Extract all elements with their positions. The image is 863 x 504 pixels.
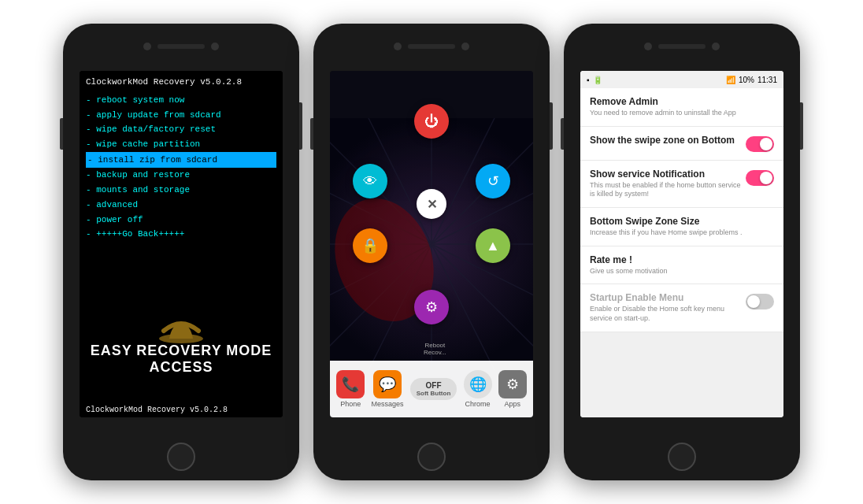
taskbar-phone[interactable]: 📞 Phone — [336, 370, 365, 408]
startup-toggle[interactable] — [746, 294, 774, 309]
front-camera-3 — [644, 43, 652, 50]
volume-button-2 — [310, 118, 313, 150]
radial-eye-btn[interactable]: 👁 — [353, 164, 387, 198]
remove-admin-text: Remove Admin You need to remove admin to… — [590, 96, 774, 118]
power-button — [299, 102, 302, 150]
status-bar: ▪🔋 📶 10% 11:31 — [580, 71, 783, 88]
menu-item-power-off[interactable]: - power off — [86, 213, 276, 228]
menu-item-wipe-data[interactable]: - wipe data/factory reset — [86, 122, 276, 137]
swipe-zone-title: Show the swipe zone on Bottom — [590, 135, 746, 146]
service-notif-desc: This must be enabled if the home button … — [590, 181, 746, 199]
menu-item-install-zip[interactable]: - install zip from sdcard — [86, 152, 276, 169]
off-label: OFF — [426, 381, 442, 390]
service-notif-text: Show service Notification This must be e… — [590, 169, 746, 199]
power-button-2 — [550, 102, 553, 150]
settings-item-service-notif[interactable]: Show service Notification This must be e… — [580, 161, 783, 208]
phone-top-bar-2 — [313, 24, 550, 69]
remove-admin-title: Remove Admin — [590, 96, 774, 107]
radial-settings-btn[interactable]: ⚙ — [414, 290, 449, 324]
easy-recovery-title-1: EASY RECOVERY MODE — [80, 343, 283, 360]
reboot-recovery-label: RebootRecov... — [424, 342, 446, 356]
settings-item-startup[interactable]: Startup Enable Menu Enable or Disable th… — [580, 284, 783, 332]
status-left: ▪🔋 — [587, 76, 602, 84]
taskbar-chrome[interactable]: 🌐 Chrome — [464, 370, 492, 408]
battery-pct: 10% — [739, 76, 754, 84]
recovery-title: ClockworkMod Recovery v5.0.2.8 — [86, 77, 276, 87]
taskbar-apps[interactable]: ⚙ Apps — [498, 370, 527, 408]
menu-item-update[interactable]: - apply update from sdcard — [86, 108, 276, 123]
softbtn-toggle-widget[interactable]: OFF Soft Button — [410, 378, 457, 400]
recovery-menu: - reboot system now - apply update from … — [86, 93, 276, 242]
service-notif-toggle[interactable] — [746, 170, 774, 186]
status-right: 📶 10% 11:31 — [726, 76, 777, 84]
settings-screen: ▪🔋 📶 10% 11:31 Remove Admin You need to … — [580, 71, 783, 417]
taskbar-messages[interactable]: 💬 Messages — [371, 370, 403, 408]
rate-text: Rate me ! Give us some motivation — [590, 254, 774, 276]
chrome-icon: 🌐 — [464, 370, 492, 398]
radial-close-btn[interactable]: ✕ — [417, 189, 446, 219]
menu-item-advanced[interactable]: - advanced — [86, 198, 276, 213]
status-time: 11:31 — [757, 76, 777, 84]
volume-button-3 — [561, 118, 564, 150]
radial-android-btn[interactable]: ▲ — [476, 228, 510, 263]
apps-label: Apps — [505, 400, 521, 408]
phone-top-bar-3 — [564, 24, 800, 69]
messages-label: Messages — [371, 400, 403, 408]
cwm-logo — [157, 309, 205, 344]
recovery-screen: ClockworkMod Recovery v5.0.2.8 - reboot … — [80, 71, 283, 417]
taskbar-softbtn-toggle[interactable]: OFF Soft Button — [410, 378, 457, 400]
settings-item-remove-admin: Remove Admin You need to remove admin to… — [580, 88, 783, 127]
phone-3: ▪🔋 📶 10% 11:31 Remove Admin You need to … — [564, 24, 800, 480]
home-button-3[interactable] — [668, 443, 696, 471]
settings-item-swipe-zone[interactable]: Show the swipe zone on Bottom — [580, 127, 783, 161]
menu-item-reboot[interactable]: - reboot system now — [86, 93, 276, 108]
home-button[interactable] — [167, 443, 195, 471]
menu-item-backup[interactable]: - backup and restore — [86, 168, 276, 183]
messages-icon: 💬 — [373, 370, 402, 398]
radial-refresh-btn[interactable]: ↺ — [476, 164, 510, 198]
speaker-2 — [408, 44, 455, 49]
recovery-footer: ClockworkMod Recovery v5.0.2.8 — [80, 402, 234, 417]
settings-list: Remove Admin You need to remove admin to… — [580, 88, 783, 332]
front-camera-2 — [394, 43, 402, 50]
softbtn-screen: ⏻ 👁 ↺ 🔒 ▲ ⚙ ✕ RebootRecov... 📞 Phone — [330, 71, 533, 417]
radial-power-btn[interactable]: ⏻ — [414, 104, 449, 139]
settings-item-rate[interactable]: Rate me ! Give us some motivation — [580, 246, 783, 285]
sensor-2 — [461, 43, 469, 50]
remove-admin-desc: You need to remove admin to uninstall th… — [590, 109, 774, 118]
swipe-zone-toggle[interactable] — [746, 136, 774, 152]
swipe-size-desc: Increase this if you have Home swipe pro… — [590, 228, 774, 238]
phone-1: ClockworkMod Recovery v5.0.2.8 - reboot … — [63, 24, 299, 480]
phone-top-bar — [63, 24, 299, 69]
phone-icon: 📞 — [336, 370, 365, 398]
home-button-2[interactable] — [417, 443, 446, 471]
phone-label: Phone — [340, 400, 361, 408]
speaker-3 — [658, 44, 706, 49]
swipe-size-title: Bottom Swipe Zone Size — [590, 216, 774, 227]
chrome-label: Chrome — [465, 400, 491, 408]
startup-text: Startup Enable Menu Enable or Disable th… — [590, 292, 746, 323]
volume-button — [60, 118, 63, 150]
menu-item-mounts[interactable]: - mounts and storage — [86, 183, 276, 198]
power-button-3 — [800, 102, 803, 150]
sensor — [211, 43, 219, 50]
swipe-zone-text: Show the swipe zone on Bottom — [590, 135, 746, 147]
rate-desc: Give us some motivation — [590, 267, 774, 276]
radial-lock-btn[interactable]: 🔒 — [353, 228, 387, 263]
rate-title: Rate me ! — [590, 254, 774, 265]
phone-bottom-2 — [313, 443, 550, 471]
speaker — [157, 44, 205, 49]
phone-2: ⏻ 👁 ↺ 🔒 ▲ ⚙ ✕ RebootRecov... 📞 Phone — [313, 24, 550, 480]
phone-bottom — [63, 443, 299, 471]
front-camera — [143, 43, 151, 50]
menu-item-go-back[interactable]: - +++++Go Back+++++ — [86, 227, 276, 242]
service-notif-title: Show service Notification — [590, 169, 746, 180]
settings-item-swipe-size: Bottom Swipe Zone Size Increase this if … — [580, 208, 783, 246]
menu-item-wipe-cache[interactable]: - wipe cache partition — [86, 137, 276, 152]
soft-button-label: Soft Button — [417, 390, 451, 397]
startup-desc: Enable or Disable the Home soft key menu… — [590, 305, 746, 323]
sensor-3 — [712, 43, 720, 50]
wifi-icon: 📶 — [726, 76, 735, 84]
startup-title: Startup Enable Menu — [590, 292, 746, 303]
phone-bottom-3 — [564, 443, 800, 471]
